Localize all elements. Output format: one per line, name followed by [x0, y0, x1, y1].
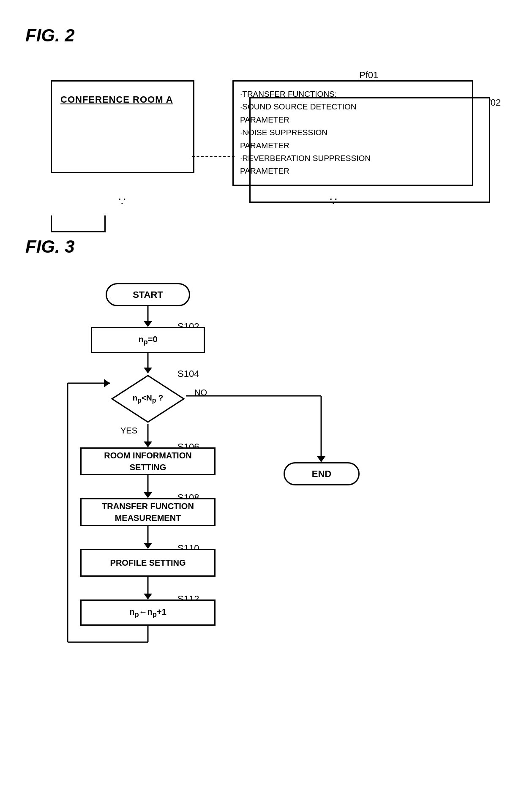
- profile-line5: PARAMETER: [240, 139, 371, 152]
- no-label: NO: [194, 388, 207, 398]
- fig2-container: CONFERENCE ROOM A Pf01 Pf02 ·TRANSFER FU…: [25, 55, 511, 215]
- profile-content: ·TRANSFER FUNCTIONS: ·SOUND SOURCE DETEC…: [240, 88, 371, 178]
- svg-marker-7: [144, 492, 152, 498]
- conference-room-subbox: [51, 215, 106, 232]
- svg-marker-1: [144, 321, 152, 327]
- transfer-box: TRANSFER FUNCTIONMEASUREMENT: [80, 498, 216, 526]
- transfer-text: TRANSFER FUNCTIONMEASUREMENT: [102, 500, 194, 524]
- increment-text: np←np+1: [129, 606, 166, 619]
- profile-box: PROFILE SETTING: [80, 549, 216, 577]
- profile-line2: ·SOUND SOURCE DETECTION: [240, 101, 371, 113]
- fig2-label: FIG. 2: [25, 25, 75, 46]
- flowchart-container: START S102 np=0 S104 np<Np ? YES NO S106…: [25, 275, 490, 790]
- fig3-label: FIG. 3: [25, 237, 75, 257]
- conference-room-box: CONFERENCE ROOM A: [51, 80, 194, 173]
- np0-text: np=0: [138, 333, 157, 347]
- svg-marker-5: [144, 441, 152, 447]
- dots-right: ∵: [330, 194, 339, 208]
- svg-marker-11: [144, 594, 152, 599]
- pf01-label: Pf01: [359, 70, 378, 81]
- profile-line7: PARAMETER: [240, 165, 371, 177]
- svg-marker-9: [144, 543, 152, 549]
- dashed-connector: [192, 156, 235, 157]
- np0-box: np=0: [91, 327, 205, 353]
- profile-box-pf01: ·TRANSFER FUNCTIONS: ·SOUND SOURCE DETEC…: [232, 80, 473, 186]
- profile-line1: ·TRANSFER FUNCTIONS:: [240, 88, 371, 101]
- end-box: END: [284, 462, 360, 485]
- conference-room-text: CONFERENCE ROOM A: [60, 94, 173, 105]
- profile-line6: ·REVERBERATION SUPPRESSION: [240, 152, 371, 165]
- dots-left: ∵: [118, 194, 128, 208]
- condition-text: np<Np ?: [133, 393, 164, 404]
- svg-marker-19: [317, 456, 325, 462]
- yes-label: YES: [120, 426, 137, 436]
- svg-marker-3: [144, 368, 152, 373]
- svg-marker-16: [104, 379, 110, 387]
- start-box: START: [106, 283, 190, 306]
- profile-line4: ·NOISE SUPPRESSION: [240, 126, 371, 139]
- room-info-box: ROOM INFORMATIONSETTING: [80, 447, 216, 475]
- room-info-text: ROOM INFORMATIONSETTING: [104, 450, 191, 473]
- profile-text: PROFILE SETTING: [110, 557, 186, 569]
- condition-diamond: np<Np ?: [110, 373, 186, 424]
- increment-box: np←np+1: [80, 599, 216, 626]
- profile-line3: PARAMETER: [240, 114, 371, 126]
- conference-room-label: CONFERENCE ROOM A: [60, 94, 173, 105]
